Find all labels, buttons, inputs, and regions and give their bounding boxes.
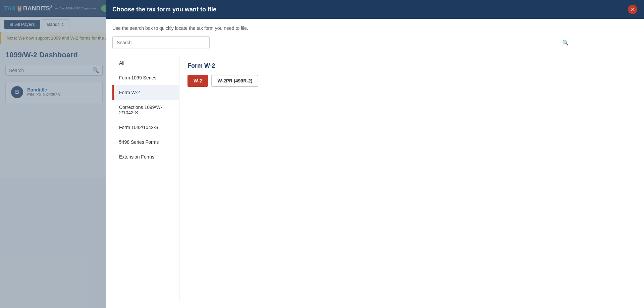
category-item-form1099[interactable]: Form 1099 Series bbox=[112, 70, 179, 85]
form-btn-w2pr[interactable]: W-2PR (499R-2) bbox=[211, 75, 258, 87]
search-icon: 🔍 bbox=[562, 40, 569, 46]
modal-body: Use the search box to quickly locate the… bbox=[106, 19, 644, 308]
category-item-all[interactable]: All bbox=[112, 56, 179, 70]
category-item-formw2[interactable]: Form W-2 bbox=[112, 85, 179, 100]
category-5498-label: 5498 Series Forms bbox=[119, 139, 159, 145]
modal-subtitle: Use the search box to quickly locate the… bbox=[112, 25, 637, 31]
category-item-extension[interactable]: Extension Forms bbox=[112, 149, 179, 164]
modal-close-button[interactable]: ✕ bbox=[628, 5, 637, 14]
form-area: Form W-2 W-2 W-2PR (499R-2) bbox=[179, 56, 637, 301]
app-background: TAX 🦉 BANDITS® — Your 1099 & W2 Experts … bbox=[0, 0, 644, 308]
category-list: All Form 1099 Series Form W-2 Correction… bbox=[112, 56, 179, 301]
category-form1099-label: Form 1099 Series bbox=[119, 75, 156, 80]
category-all-label: All bbox=[119, 60, 124, 66]
modal-header: Choose the tax form you want to file ✕ bbox=[106, 0, 644, 19]
modal-title: Choose the tax form you want to file bbox=[112, 6, 216, 13]
form-btn-w2[interactable]: W-2 bbox=[187, 75, 208, 87]
category-extension-label: Extension Forms bbox=[119, 154, 154, 160]
category-corrections-label: Corrections 1099/W-2/1042-S bbox=[119, 105, 162, 115]
category-item-5498[interactable]: 5498 Series Forms bbox=[112, 135, 179, 149]
w2pr-label: W-2PR (499R-2) bbox=[217, 78, 252, 83]
modal-search-input[interactable] bbox=[112, 36, 210, 49]
modal: Choose the tax form you want to file ✕ U… bbox=[106, 0, 644, 308]
category-formw2-label: Form W-2 bbox=[119, 90, 140, 95]
modal-content-area: All Form 1099 Series Form W-2 Correction… bbox=[112, 56, 637, 301]
category-form1042-label: Form 1042/1042-S bbox=[119, 125, 158, 130]
modal-search-wrap: 🔍 bbox=[112, 36, 637, 49]
category-item-corrections[interactable]: Corrections 1099/W-2/1042-S bbox=[112, 100, 179, 120]
form-buttons: W-2 W-2PR (499R-2) bbox=[187, 75, 629, 87]
category-item-form1042[interactable]: Form 1042/1042-S bbox=[112, 120, 179, 135]
form-section-title: Form W-2 bbox=[187, 62, 629, 69]
close-icon: ✕ bbox=[631, 6, 635, 13]
w2-label: W-2 bbox=[194, 78, 202, 83]
